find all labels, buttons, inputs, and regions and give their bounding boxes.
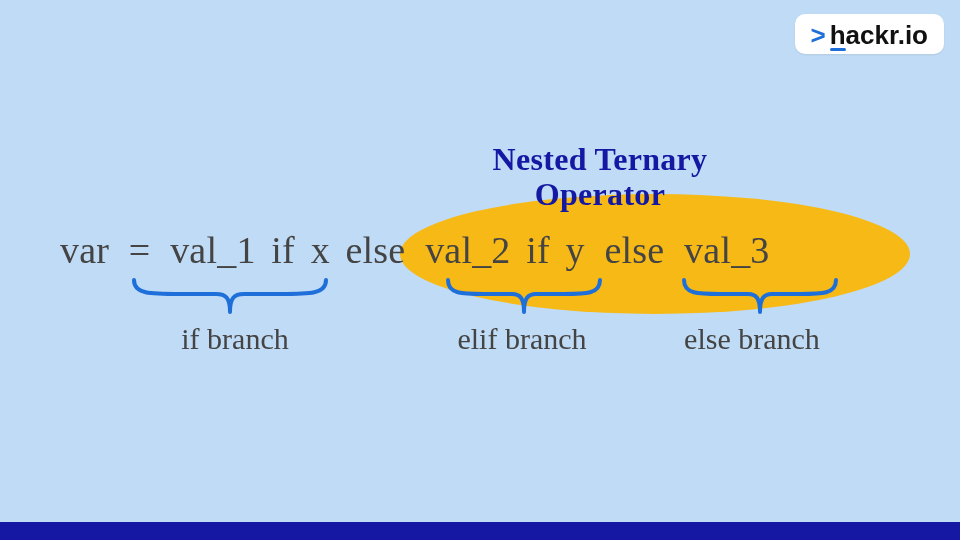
logo-underline-icon	[830, 48, 846, 51]
tok-val1: val_1	[170, 229, 255, 271]
logo-text-label: hackr.io	[830, 20, 928, 50]
code-expression: var = val_1 if x else val_2 if y else va…	[60, 228, 900, 272]
tok-y: y	[566, 229, 585, 271]
tok-val3: val_3	[684, 229, 769, 271]
tok-val2: val_2	[425, 229, 510, 271]
brace-else-icon	[680, 276, 840, 316]
tok-if2: if	[526, 229, 550, 271]
tok-x: x	[311, 229, 330, 271]
tok-var: var	[60, 229, 109, 271]
title-line-1: Nested Ternary	[493, 141, 708, 177]
diagram-title: Nested Ternary Operator	[420, 142, 780, 212]
tok-else1: else	[346, 229, 406, 271]
logo-badge: > hackr.io	[795, 14, 944, 54]
bottom-accent-bar	[0, 522, 960, 540]
label-else-branch: else branch	[652, 322, 852, 356]
brace-elif-icon	[444, 276, 604, 316]
logo-text: hackr.io	[830, 22, 928, 48]
logo-caret-icon: >	[811, 22, 826, 48]
tok-if1: if	[271, 229, 295, 271]
tok-else2: else	[605, 229, 665, 271]
brace-if-icon	[130, 276, 330, 316]
title-line-2: Operator	[535, 176, 665, 212]
label-if-branch: if branch	[150, 322, 320, 356]
label-elif-branch: elif branch	[432, 322, 612, 356]
tok-eq: =	[129, 229, 151, 271]
